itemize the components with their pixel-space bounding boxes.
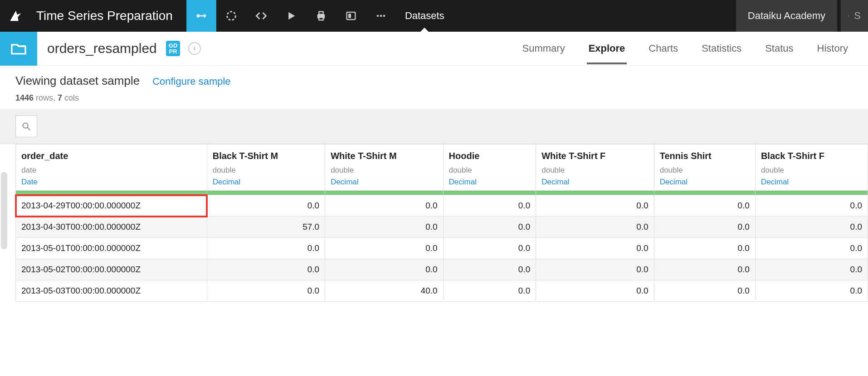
table-cell[interactable]: 2013-05-01T00:00:00.000000Z <box>16 238 207 259</box>
dashboard-button[interactable] <box>336 0 366 32</box>
table-cell[interactable]: 0.0 <box>654 280 755 302</box>
table-cell[interactable]: 0.0 <box>443 195 536 217</box>
column-meaning[interactable]: Decimal <box>541 178 648 187</box>
column-quality-bar <box>16 191 868 195</box>
search-icon <box>848 10 849 21</box>
table-cell[interactable]: 0.0 <box>443 280 536 302</box>
svg-point-9 <box>383 15 385 17</box>
quality-bar-cell[interactable] <box>325 191 443 195</box>
table-cell[interactable]: 0.0 <box>755 238 868 259</box>
column-meaning[interactable]: Date <box>21 178 201 187</box>
table-cell[interactable]: 0.0 <box>536 238 654 259</box>
table-cell[interactable]: 0.0 <box>654 217 755 238</box>
code-button[interactable] <box>246 0 276 32</box>
table-cell[interactable]: 0.0 <box>325 195 443 217</box>
run-button[interactable] <box>276 0 306 32</box>
quality-bar-cell[interactable] <box>654 191 755 195</box>
table-cell[interactable]: 0.0 <box>207 280 325 302</box>
column-meaning[interactable]: Decimal <box>449 178 531 187</box>
column-header[interactable]: Tennis ShirtdoubleDecimal <box>654 145 755 191</box>
gdpr-badge[interactable]: GD PR <box>166 41 180 56</box>
tab-status[interactable]: Status <box>763 33 795 64</box>
column-type: double <box>660 166 750 175</box>
nav-datasets[interactable]: Datasets <box>396 10 454 22</box>
table-cell[interactable]: 0.0 <box>536 217 654 238</box>
table-cell[interactable]: 0.0 <box>325 238 443 259</box>
table-cell[interactable]: 0.0 <box>536 280 654 302</box>
sample-stats: 1446 rows, 7 cols <box>15 93 853 103</box>
table-row[interactable]: 2013-05-02T00:00:00.000000Z0.00.00.00.00… <box>16 259 868 280</box>
quality-bar-cell[interactable] <box>443 191 536 195</box>
svg-point-0 <box>196 14 200 18</box>
academy-link[interactable]: Dataiku Academy <box>736 0 837 32</box>
column-header[interactable]: White T-Shirt MdoubleDecimal <box>325 145 443 191</box>
table-cell[interactable]: 0.0 <box>325 217 443 238</box>
tab-charts[interactable]: Charts <box>647 33 680 64</box>
column-meaning[interactable]: Decimal <box>331 178 437 187</box>
print-button[interactable] <box>306 0 336 32</box>
column-meaning[interactable]: Decimal <box>761 178 862 187</box>
table-cell[interactable]: 0.0 <box>654 259 755 280</box>
table-cell[interactable]: 0.0 <box>654 238 755 259</box>
column-meaning[interactable]: Decimal <box>213 178 319 187</box>
column-header[interactable]: HoodiedoubleDecimal <box>443 145 536 191</box>
top-navigation-bar: Time Series Preparation Datasets Dataiku… <box>0 0 868 32</box>
quality-bar-cell[interactable] <box>755 191 868 195</box>
column-header[interactable]: Black T-Shirt MdoubleDecimal <box>207 145 325 191</box>
dots-icon <box>375 10 387 22</box>
tab-history[interactable]: History <box>815 33 850 64</box>
table-cell[interactable]: 0.0 <box>443 259 536 280</box>
project-title[interactable]: Time Series Preparation <box>36 9 173 23</box>
table-cell[interactable]: 0.0 <box>443 238 536 259</box>
global-search[interactable]: S <box>841 0 868 32</box>
table-cell[interactable]: 0.0 <box>755 217 868 238</box>
tab-summary[interactable]: Summary <box>521 33 567 64</box>
table-cell[interactable]: 40.0 <box>325 280 443 302</box>
jobs-button[interactable] <box>216 0 246 32</box>
column-header[interactable]: Black T-Shirt FdoubleDecimal <box>755 145 868 191</box>
column-type: double <box>331 166 437 175</box>
table-cell[interactable]: 0.0 <box>755 195 868 217</box>
layout-icon <box>345 10 357 22</box>
more-button[interactable] <box>366 0 396 32</box>
table-cell[interactable]: 57.0 <box>207 217 325 238</box>
navigate-icon[interactable] <box>188 42 201 55</box>
quality-bar-cell[interactable] <box>207 191 325 195</box>
scroll-handle[interactable] <box>1 172 7 249</box>
table-cell[interactable]: 0.0 <box>536 259 654 280</box>
table-cell[interactable]: 0.0 <box>325 259 443 280</box>
configure-sample-link[interactable]: Configure sample <box>152 76 230 87</box>
dataset-name[interactable]: orders_resampled <box>47 41 157 56</box>
table-cell[interactable]: 2013-04-29T00:00:00.000000Z <box>16 195 207 217</box>
flow-button[interactable] <box>186 0 216 32</box>
column-header[interactable]: order_datedateDate <box>16 145 207 191</box>
table-row[interactable]: 2013-04-29T00:00:00.000000Z0.00.00.00.00… <box>16 195 868 217</box>
table-cell[interactable]: 0.0 <box>443 217 536 238</box>
dataiku-logo[interactable] <box>0 0 32 32</box>
table-row[interactable]: 2013-04-30T00:00:00.000000Z57.00.00.00.0… <box>16 217 868 238</box>
column-header[interactable]: White T-Shirt FdoubleDecimal <box>536 145 654 191</box>
table-cell[interactable]: 2013-05-03T00:00:00.000000Z <box>16 280 207 302</box>
tab-statistics[interactable]: Statistics <box>700 33 743 64</box>
table-cell[interactable]: 0.0 <box>536 195 654 217</box>
svg-point-1 <box>227 12 236 20</box>
table-cell[interactable]: 2013-05-02T00:00:00.000000Z <box>16 259 207 280</box>
svg-point-11 <box>23 123 28 128</box>
quality-bar-cell[interactable] <box>16 191 207 195</box>
table-cell[interactable]: 0.0 <box>755 259 868 280</box>
tab-explore[interactable]: Explore <box>587 33 627 64</box>
column-type: double <box>213 166 319 175</box>
column-name: Tennis Shirt <box>660 151 750 161</box>
table-cell[interactable]: 0.0 <box>755 280 868 302</box>
column-meaning[interactable]: Decimal <box>660 178 750 187</box>
table-cell[interactable]: 0.0 <box>207 259 325 280</box>
table-cell[interactable]: 0.0 <box>654 195 755 217</box>
table-cell[interactable]: 2013-04-30T00:00:00.000000Z <box>16 217 207 238</box>
dataset-icon-button[interactable] <box>0 32 37 66</box>
table-cell[interactable]: 0.0 <box>207 238 325 259</box>
filter-search-button[interactable] <box>15 116 37 137</box>
table-row[interactable]: 2013-05-03T00:00:00.000000Z0.040.00.00.0… <box>16 280 868 302</box>
table-row[interactable]: 2013-05-01T00:00:00.000000Z0.00.00.00.00… <box>16 238 868 259</box>
table-cell[interactable]: 0.0 <box>207 195 325 217</box>
quality-bar-cell[interactable] <box>536 191 654 195</box>
